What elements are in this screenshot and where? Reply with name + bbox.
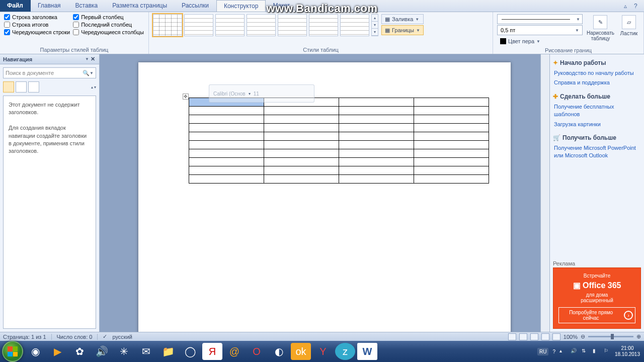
taskbar-app3[interactable]: ◐ — [269, 343, 289, 360]
shading-button[interactable]: ▦Заливка▼ — [381, 14, 424, 24]
style-thumb-1[interactable] — [153, 14, 182, 36]
nav-next-icon[interactable]: ▾ — [94, 85, 96, 89]
tray-flag-icon[interactable]: ⚐ — [604, 348, 611, 355]
zoom-out-icon[interactable]: ⊖ — [581, 333, 585, 340]
tab-home[interactable]: Главная — [31, 0, 68, 12]
tray-battery-icon[interactable]: ▮ — [593, 348, 600, 355]
taskbar-opera[interactable]: O — [247, 343, 267, 360]
taskbar-chrome[interactable]: ◯ — [180, 343, 200, 360]
tray-clock[interactable]: 21:00 18.10.2013 — [615, 345, 640, 357]
style-thumb-5[interactable] — [278, 14, 307, 36]
chk-last-col[interactable]: Последний столбец — [73, 22, 144, 28]
tab-file[interactable]: Файл — [0, 0, 31, 12]
taskbar-word[interactable]: W — [357, 343, 377, 360]
taskbar-volume[interactable]: 🔊 — [92, 343, 112, 360]
taskbar-mail[interactable]: ✉ — [136, 343, 156, 360]
view-print-layout[interactable] — [508, 333, 516, 340]
zoom-slider[interactable] — [588, 336, 633, 337]
view-outline[interactable] — [541, 333, 549, 340]
chk-total-row[interactable]: Строка итогов — [4, 22, 70, 28]
nav-menu-icon[interactable]: ▼ — [85, 57, 89, 61]
taskbar-explorer[interactable]: 📁 — [158, 343, 178, 360]
nav-tab-results[interactable] — [28, 81, 39, 93]
document-area[interactable]: Calibri (Основ▾ 11 ✥ — [100, 54, 549, 332]
minimize-ribbon-icon[interactable]: ▵ — [624, 3, 631, 10]
windows-taskbar: ◉ ▶ ✿ 🔊 ✳ ✉ 📁 ◯ Я @ O ◐ ok Y z W RU ? ▴ … — [0, 341, 644, 362]
taskbar-media[interactable]: ▶ — [47, 343, 67, 360]
start-button[interactable] — [2, 341, 23, 362]
right-task-pane: ✦Начало работы Руководство по началу раб… — [549, 54, 644, 332]
status-bar: Страница: 1 из 1 Число слов: 0 ✓ русский… — [0, 332, 644, 341]
link-guide[interactable]: Руководство по началу работы — [554, 69, 641, 77]
vertical-scrollbar[interactable] — [540, 54, 549, 332]
nav-title: Навигация — [3, 56, 32, 62]
document-table[interactable] — [189, 98, 489, 184]
ribbon: Строка заголовка Строка итогов Чередующи… — [0, 12, 644, 54]
link-templates[interactable]: Получение бесплатных шаблонов — [554, 103, 641, 119]
taskbar-mailru[interactable]: @ — [224, 343, 245, 360]
system-tray: RU ? ▴ 🔊 ⇅ ▮ ⚐ 21:00 18.10.2013 — [537, 345, 642, 357]
office365-ad[interactable]: Встречайте ▣ Office 365 для дома расшире… — [553, 267, 641, 329]
chk-header-row[interactable]: Строка заголовка — [4, 14, 70, 20]
search-icon[interactable]: 🔍 — [83, 70, 90, 76]
tab-mailings[interactable]: Рассылки — [175, 0, 216, 12]
taskbar-ybrowser[interactable]: Y — [313, 343, 333, 360]
style-thumb-7[interactable] — [340, 14, 369, 36]
pen-color-button[interactable]: Цвет пера▼ — [497, 36, 583, 46]
chk-banded-cols[interactable]: Чередующиеся столбцы — [73, 29, 144, 35]
zoom-value[interactable]: 100% — [564, 334, 578, 340]
tray-network-icon[interactable]: ⇅ — [582, 348, 589, 355]
link-help[interactable]: Справка и поддержка — [554, 79, 641, 86]
group-label-table-styles: Стили таблиц — [153, 46, 489, 53]
proofing-icon[interactable]: ✓ — [103, 333, 107, 340]
pen-weight-combo[interactable]: 0,5 пт▼ — [497, 25, 583, 35]
table-move-handle[interactable]: ✥ — [183, 94, 189, 100]
page[interactable]: Calibri (Основ▾ 11 ✥ — [138, 62, 511, 332]
taskbar-app2[interactable]: ✳ — [114, 343, 134, 360]
gallery-more[interactable]: ▴▾▾ — [371, 14, 378, 36]
link-download-img[interactable]: Загрузка картинки — [554, 121, 641, 128]
tab-insert[interactable]: Вставка — [68, 0, 106, 12]
mini-toolbar[interactable]: Calibri (Основ▾ 11 — [209, 84, 314, 103]
borders-button[interactable]: ▦Границы▼ — [381, 25, 424, 35]
chk-first-col[interactable]: Первый столбец — [73, 14, 144, 20]
taskbar-app1[interactable]: ✿ — [69, 343, 90, 360]
status-page[interactable]: Страница: 1 из 1 — [3, 334, 46, 340]
link-get-pp[interactable]: Получение Microsoft PowerPoint или Micro… — [554, 144, 641, 160]
tray-language[interactable]: RU — [537, 348, 548, 355]
nav-search-input[interactable]: Поиск в документе 🔍▼ — [3, 67, 96, 78]
tray-show-hidden-icon[interactable]: ▴ — [559, 348, 567, 355]
view-draft[interactable] — [552, 333, 560, 340]
draw-table-button[interactable]: ✎ Нарисовать таблицу — [586, 14, 615, 42]
eraser-button[interactable]: ▱ Ластик — [618, 14, 639, 37]
nav-tab-headings[interactable] — [3, 81, 14, 93]
pencil-icon: ✎ — [593, 15, 607, 29]
style-thumb-3[interactable] — [215, 14, 245, 36]
status-words[interactable]: Число слов: 0 — [57, 334, 93, 340]
view-web[interactable] — [530, 333, 538, 340]
style-thumb-2[interactable] — [184, 14, 213, 36]
tab-design[interactable]: Конструктор — [216, 0, 266, 12]
zoom-in-icon[interactable]: ⊕ — [636, 333, 641, 340]
style-thumb-4[interactable] — [247, 14, 276, 36]
nav-tab-pages[interactable] — [16, 81, 27, 93]
nav-prev-icon[interactable]: ▴ — [91, 85, 93, 89]
taskbar-yandex[interactable]: Я — [202, 343, 222, 360]
pen-style-combo[interactable]: ▼ — [497, 14, 583, 24]
style-thumb-6[interactable] — [309, 14, 338, 36]
view-full-screen[interactable] — [519, 333, 527, 340]
help-icon[interactable]: ? — [634, 3, 641, 10]
taskbar-z[interactable]: z — [335, 343, 355, 360]
nav-close-icon[interactable]: ✕ — [89, 56, 96, 63]
chk-banded-rows[interactable]: Чередующиеся строки — [4, 29, 70, 35]
star-icon: ✦ — [553, 59, 558, 66]
tab-layout[interactable]: Макет — [266, 0, 297, 12]
table-styles-gallery[interactable]: ▴▾▾ — [153, 14, 378, 36]
tab-page-layout[interactable]: Разметка страницы — [105, 0, 175, 12]
tray-help-icon[interactable]: ? — [552, 349, 555, 354]
taskbar-ok[interactable]: ok — [291, 343, 311, 360]
taskbar-hp[interactable]: ◉ — [25, 343, 45, 360]
status-language[interactable]: русский — [112, 334, 132, 340]
navigation-pane: Навигация ▼ ✕ Поиск в документе 🔍▼ ▴▾ Эт… — [0, 54, 100, 332]
tray-sound-icon[interactable]: 🔊 — [571, 348, 578, 355]
